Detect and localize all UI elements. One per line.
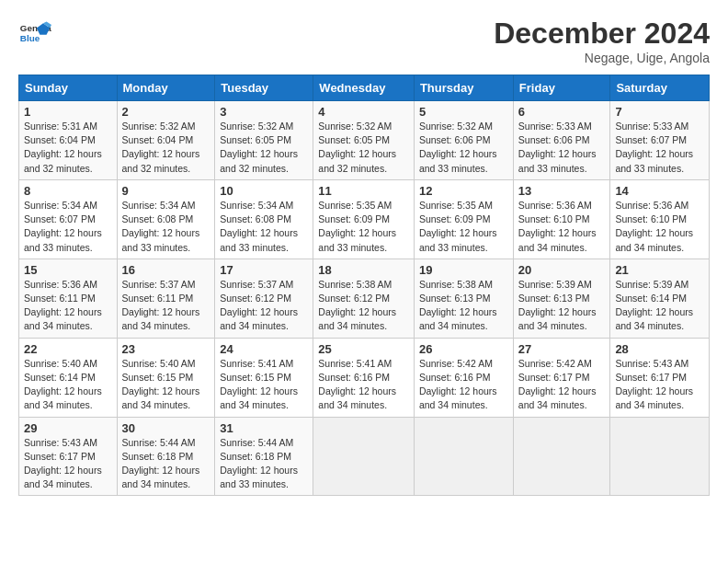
header-friday: Friday <box>513 75 610 101</box>
calendar-week-3: 15Sunrise: 5:36 AMSunset: 6:11 PMDayligh… <box>19 259 710 338</box>
table-row: 13Sunrise: 5:36 AMSunset: 6:10 PMDayligh… <box>513 179 610 259</box>
table-row <box>610 417 710 496</box>
table-row: 14Sunrise: 5:36 AMSunset: 6:10 PMDayligh… <box>610 179 710 259</box>
table-row: 4Sunrise: 5:32 AMSunset: 6:05 PMDaylight… <box>313 101 415 180</box>
page-header: General Blue December 2024 Negage, Uige,… <box>18 17 710 65</box>
table-row: 25Sunrise: 5:41 AMSunset: 6:16 PMDayligh… <box>313 338 415 417</box>
header-saturday: Saturday <box>610 75 710 101</box>
table-row: 7Sunrise: 5:33 AMSunset: 6:07 PMDaylight… <box>610 101 710 180</box>
table-row: 30Sunrise: 5:44 AMSunset: 6:18 PMDayligh… <box>117 417 215 496</box>
table-row: 10Sunrise: 5:34 AMSunset: 6:08 PMDayligh… <box>215 179 313 259</box>
table-row: 2Sunrise: 5:32 AMSunset: 6:04 PMDaylight… <box>117 101 215 180</box>
calendar-table: Sunday Monday Tuesday Wednesday Thursday… <box>18 75 710 496</box>
table-row: 22Sunrise: 5:40 AMSunset: 6:14 PMDayligh… <box>19 338 118 417</box>
calendar-week-5: 29Sunrise: 5:43 AMSunset: 6:17 PMDayligh… <box>19 417 710 496</box>
table-row: 17Sunrise: 5:37 AMSunset: 6:12 PMDayligh… <box>215 259 313 338</box>
calendar-week-2: 8Sunrise: 5:34 AMSunset: 6:07 PMDaylight… <box>19 179 710 259</box>
table-row: 5Sunrise: 5:32 AMSunset: 6:06 PMDaylight… <box>414 101 513 180</box>
calendar-week-1: 1Sunrise: 5:31 AMSunset: 6:04 PMDaylight… <box>19 101 710 180</box>
table-row: 8Sunrise: 5:34 AMSunset: 6:07 PMDaylight… <box>19 179 118 259</box>
table-row: 6Sunrise: 5:33 AMSunset: 6:06 PMDaylight… <box>513 101 610 180</box>
location-subtitle: Negage, Uige, Angola <box>494 51 710 65</box>
table-row: 18Sunrise: 5:38 AMSunset: 6:12 PMDayligh… <box>313 259 415 338</box>
header-sunday: Sunday <box>19 75 118 101</box>
table-row: 26Sunrise: 5:42 AMSunset: 6:16 PMDayligh… <box>414 338 513 417</box>
header-monday: Monday <box>117 75 215 101</box>
logo-icon: General Blue <box>18 17 51 50</box>
header-wednesday: Wednesday <box>313 75 415 101</box>
svg-text:Blue: Blue <box>20 33 40 43</box>
table-row: 24Sunrise: 5:41 AMSunset: 6:15 PMDayligh… <box>215 338 313 417</box>
table-row: 9Sunrise: 5:34 AMSunset: 6:08 PMDaylight… <box>117 179 215 259</box>
table-row: 23Sunrise: 5:40 AMSunset: 6:15 PMDayligh… <box>117 338 215 417</box>
table-row: 3Sunrise: 5:32 AMSunset: 6:05 PMDaylight… <box>215 101 313 180</box>
table-row: 28Sunrise: 5:43 AMSunset: 6:17 PMDayligh… <box>610 338 710 417</box>
table-row: 27Sunrise: 5:42 AMSunset: 6:17 PMDayligh… <box>513 338 610 417</box>
table-row: 16Sunrise: 5:37 AMSunset: 6:11 PMDayligh… <box>117 259 215 338</box>
table-row: 19Sunrise: 5:38 AMSunset: 6:13 PMDayligh… <box>414 259 513 338</box>
table-row: 1Sunrise: 5:31 AMSunset: 6:04 PMDaylight… <box>19 101 118 180</box>
table-row: 21Sunrise: 5:39 AMSunset: 6:14 PMDayligh… <box>610 259 710 338</box>
table-row <box>414 417 513 496</box>
table-row: 11Sunrise: 5:35 AMSunset: 6:09 PMDayligh… <box>313 179 415 259</box>
header-thursday: Thursday <box>414 75 513 101</box>
table-row: 20Sunrise: 5:39 AMSunset: 6:13 PMDayligh… <box>513 259 610 338</box>
header-tuesday: Tuesday <box>215 75 313 101</box>
logo: General Blue <box>18 17 51 50</box>
table-row: 31Sunrise: 5:44 AMSunset: 6:18 PMDayligh… <box>215 417 313 496</box>
table-row <box>513 417 610 496</box>
calendar-body: 1Sunrise: 5:31 AMSunset: 6:04 PMDaylight… <box>19 101 710 496</box>
month-title: December 2024 <box>494 17 710 51</box>
title-block: December 2024 Negage, Uige, Angola <box>494 17 710 65</box>
calendar-header-row: Sunday Monday Tuesday Wednesday Thursday… <box>19 75 710 101</box>
table-row: 15Sunrise: 5:36 AMSunset: 6:11 PMDayligh… <box>19 259 118 338</box>
table-row <box>313 417 415 496</box>
table-row: 12Sunrise: 5:35 AMSunset: 6:09 PMDayligh… <box>414 179 513 259</box>
calendar-week-4: 22Sunrise: 5:40 AMSunset: 6:14 PMDayligh… <box>19 338 710 417</box>
table-row: 29Sunrise: 5:43 AMSunset: 6:17 PMDayligh… <box>19 417 118 496</box>
